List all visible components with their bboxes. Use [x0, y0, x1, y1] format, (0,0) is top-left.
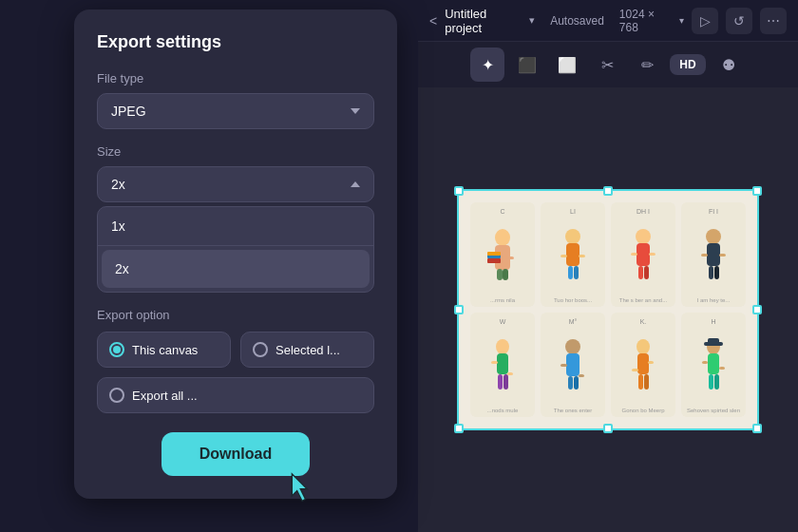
svg-rect-42 [632, 369, 638, 371]
svg-rect-47 [708, 353, 719, 374]
svg-rect-13 [579, 255, 585, 257]
svg-rect-45 [644, 374, 649, 390]
svg-rect-41 [637, 353, 649, 374]
hd-button[interactable]: HD [670, 54, 705, 75]
svg-rect-14 [568, 266, 573, 279]
svg-rect-35 [566, 353, 580, 376]
export-option-selected[interactable]: Selected l... [240, 332, 374, 368]
download-button[interactable]: Download [162, 432, 310, 476]
svg-rect-6 [503, 269, 508, 280]
svg-rect-33 [504, 374, 508, 390]
size-option-1x[interactable]: 1x [98, 207, 373, 246]
file-type-value: JPEG [111, 104, 146, 119]
list-item: DH I The s ber an and... [611, 202, 675, 307]
this-canvas-label: This canvas [132, 343, 198, 357]
size-option-2x[interactable]: 2x [102, 250, 370, 288]
svg-rect-32 [498, 374, 503, 390]
copy-tool-button[interactable]: ⬛ [510, 48, 544, 82]
export-settings-panel: Export settings File type JPEG Size 2x 1… [74, 10, 397, 499]
svg-rect-49 [719, 367, 725, 370]
list-item: H Sehov [681, 313, 746, 417]
frame-tool-button[interactable]: ⬜ [550, 48, 584, 82]
svg-point-10 [565, 229, 580, 244]
svg-rect-36 [560, 364, 567, 367]
selected-label: Selected l... [276, 343, 340, 357]
list-item: LI Tuo hor boos... [541, 202, 605, 307]
crop-tool-button[interactable]: ✂ [590, 48, 624, 82]
file-type-label: File type [97, 71, 374, 86]
file-type-chevron-down-icon [351, 108, 360, 114]
list-item: W ...nods mule [470, 313, 535, 417]
handle-top-left[interactable] [454, 186, 464, 196]
svg-rect-9 [487, 252, 501, 256]
handle-top-mid[interactable] [603, 186, 613, 196]
size-value: 2x [111, 177, 125, 192]
svg-rect-39 [574, 376, 579, 390]
svg-rect-4 [506, 256, 514, 259]
svg-rect-50 [709, 374, 713, 390]
svg-marker-0 [292, 474, 307, 501]
size-chevron-up-icon [351, 181, 360, 187]
draw-tool-button[interactable]: ✏ [630, 48, 664, 82]
canvas-content: C [418, 87, 798, 532]
size-options-list: 1x 2x [97, 206, 374, 293]
list-item: C [470, 202, 535, 307]
list-item: FI I I am hey te... [681, 202, 746, 307]
svg-point-1 [495, 229, 510, 246]
list-item: M° The ones enter [541, 313, 605, 417]
svg-point-28 [496, 339, 509, 354]
svg-rect-53 [708, 338, 719, 344]
download-wrapper: Download [97, 432, 374, 476]
handle-bottom-right[interactable] [752, 424, 762, 433]
svg-rect-19 [649, 253, 656, 256]
image-grid-container: C [457, 189, 759, 430]
svg-rect-44 [638, 374, 643, 390]
size-label: Size [97, 144, 374, 159]
autosaved-label: Autosaved [550, 14, 604, 28]
svg-point-34 [565, 339, 580, 354]
svg-rect-20 [638, 266, 643, 279]
export-all-radio [109, 388, 124, 403]
svg-rect-17 [636, 243, 650, 266]
export-option-this-canvas[interactable]: This canvas [97, 332, 231, 368]
svg-rect-27 [714, 266, 719, 279]
svg-rect-26 [709, 266, 713, 279]
this-canvas-radio [109, 342, 124, 357]
svg-rect-24 [701, 254, 708, 256]
export-option-all[interactable]: Export all ... [97, 377, 374, 413]
svg-point-16 [636, 229, 651, 244]
canvas-size[interactable]: 1024 × 768 ▾ [619, 8, 684, 34]
svg-rect-38 [568, 376, 573, 390]
svg-rect-12 [560, 255, 567, 257]
magic-tool-button[interactable]: ✦ [470, 48, 504, 82]
svg-rect-23 [707, 243, 720, 266]
svg-rect-30 [491, 361, 498, 364]
rotate-icon[interactable]: ↺ [726, 8, 752, 34]
svg-rect-37 [579, 374, 584, 377]
more-icon[interactable]: ⋯ [760, 8, 787, 34]
play-icon[interactable]: ▷ [692, 8, 718, 34]
svg-rect-21 [644, 266, 649, 279]
handle-bottom-mid[interactable] [603, 424, 613, 433]
avatar-tool-button[interactable]: ⚉ [712, 48, 746, 82]
file-type-dropdown[interactable]: JPEG [97, 93, 374, 129]
handle-bottom-left[interactable] [454, 424, 464, 433]
svg-rect-31 [507, 372, 513, 375]
svg-rect-43 [648, 361, 654, 364]
svg-rect-7 [487, 258, 501, 263]
export-options-row: This canvas Selected l... [97, 332, 374, 368]
size-dropdown[interactable]: 2x [97, 166, 374, 202]
handle-right-mid[interactable] [752, 305, 762, 314]
toolbar: ✦ ⬛ ⬜ ✂ ✏ HD ⚉ [418, 42, 798, 87]
list-item: K. Gonon bo Meerp [611, 313, 675, 417]
handle-left-mid[interactable] [454, 305, 464, 314]
selected-radio [253, 342, 268, 357]
svg-rect-25 [719, 254, 726, 256]
back-chevron-icon[interactable]: < [429, 13, 437, 28]
svg-rect-18 [631, 253, 637, 256]
canvas-area: < Untitled project ▾ Autosaved 1024 × 76… [418, 0, 798, 532]
project-name[interactable]: Untitled project ▾ [445, 7, 535, 35]
handle-top-right[interactable] [752, 186, 762, 196]
size-section: Size 2x 1x 2x [97, 144, 374, 293]
svg-rect-11 [566, 243, 580, 266]
